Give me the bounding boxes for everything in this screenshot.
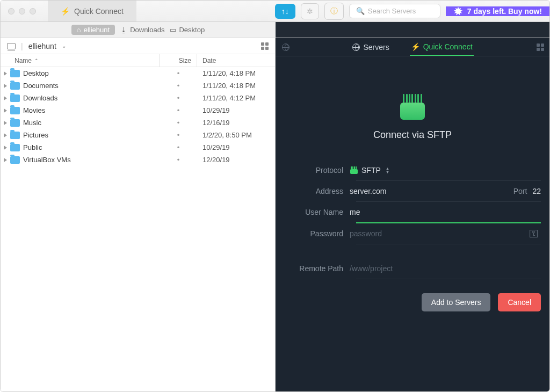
svg-marker-0 — [454, 6, 463, 15]
disclosure-icon[interactable] — [4, 158, 7, 162]
column-date[interactable]: Date — [197, 54, 275, 67]
tab-quick-connect-remote[interactable]: ⚡ Quick Connect — [410, 38, 474, 56]
search-input[interactable]: 🔍 Search Servers — [349, 4, 440, 18]
file-size: • — [160, 156, 197, 164]
folder-icon — [10, 82, 20, 90]
info-icon: ⓘ — [330, 6, 338, 15]
lightning-icon: ⚡ — [61, 7, 70, 16]
sort-asc-icon: ⌃ — [34, 58, 39, 63]
activity-button[interactable]: ✲ — [301, 3, 319, 19]
tab-quick-connect[interactable]: ⚡ Quick Connect — [48, 1, 136, 21]
file-name-label: Desktop — [23, 69, 49, 77]
file-size: • — [160, 143, 197, 151]
disclosure-icon[interactable] — [4, 133, 7, 137]
app-window: ⚡ Quick Connect ↑↓ ✲ ⓘ 🔍 Search Servers … — [0, 0, 550, 392]
titlebar: ⚡ Quick Connect ↑↓ ✲ ⓘ 🔍 Search Servers … — [1, 1, 549, 22]
protocol-select[interactable]: SFTP ▴▾ — [350, 160, 541, 180]
file-date: 1/11/20, 4:18 PM — [197, 82, 275, 90]
disclosure-icon[interactable] — [4, 108, 7, 113]
file-list: Desktop•1/11/20, 4:18 PMDocuments•1/11/2… — [1, 67, 275, 391]
file-date: 1/11/20, 4:12 PM — [197, 94, 275, 102]
file-row[interactable]: Documents•1/11/20, 4:18 PM — [1, 79, 275, 92]
column-size[interactable]: Size — [160, 54, 197, 67]
breadcrumb-downloads[interactable]: ⭳Downloads — [120, 26, 164, 34]
disclosure-icon[interactable] — [4, 84, 7, 88]
minimize-icon[interactable] — [19, 8, 25, 14]
folder-icon — [10, 156, 20, 164]
file-size: • — [160, 69, 197, 77]
folder-icon — [10, 107, 20, 114]
label-address: Address — [276, 187, 350, 195]
label-username: User Name — [276, 208, 350, 216]
view-toggle[interactable] — [261, 42, 269, 50]
file-date: 1/11/20, 4:18 PM — [197, 69, 275, 77]
remote-panel: Servers ⚡ Quick Connect Connect via SFTP… — [276, 38, 549, 391]
download-icon: ⭳ — [120, 26, 127, 34]
add-to-servers-button[interactable]: Add to Servers — [422, 293, 491, 311]
folder-icon — [10, 119, 20, 127]
breadcrumb-desktop[interactable]: ▭Desktop — [170, 26, 205, 34]
file-row[interactable]: Pictures•1/2/20, 8:50 PM — [1, 129, 275, 141]
file-row[interactable]: Desktop•1/11/20, 4:18 PM — [1, 67, 275, 79]
disclosure-icon[interactable] — [4, 146, 7, 150]
file-date: 12/20/19 — [197, 156, 275, 164]
cancel-button[interactable]: Cancel — [498, 293, 541, 311]
search-placeholder: Search Servers — [368, 7, 416, 15]
disclosure-icon[interactable] — [4, 71, 7, 76]
file-row[interactable]: Public•10/29/19 — [1, 141, 275, 154]
buy-text: 7 days left. Buy now! — [467, 7, 542, 16]
file-row[interactable]: Downloads•1/11/20, 4:12 PM — [1, 92, 275, 104]
info-button[interactable]: ⓘ — [324, 3, 344, 20]
file-date: 10/29/19 — [197, 143, 275, 151]
ethernet-small-icon — [350, 166, 358, 174]
label-port: Port — [513, 187, 527, 195]
column-headers: Name ⌃ Size Date — [1, 54, 275, 67]
transfer-button[interactable]: ↑↓ — [275, 4, 295, 19]
buy-now-banner[interactable]: 7 days left. Buy now! — [446, 6, 549, 16]
label-remote-path: Remote Path — [276, 264, 350, 273]
label-protocol: Protocol — [276, 166, 350, 175]
key-icon[interactable]: ⚿ — [529, 228, 539, 239]
ethernet-icon — [398, 94, 427, 120]
connect-form: Connect via SFTP Protocol SFTP ▴▾ — [276, 56, 549, 391]
close-icon[interactable] — [8, 8, 15, 14]
local-browser: | elliehunt ⌄ Name ⌃ Size Date Desktop•1… — [1, 38, 276, 391]
username-input[interactable] — [350, 205, 541, 220]
file-row[interactable]: Movies•10/29/19 — [1, 104, 275, 117]
search-icon: 🔍 — [356, 7, 365, 15]
tab-servers[interactable]: Servers — [351, 38, 390, 56]
password-input[interactable] — [350, 226, 529, 241]
file-row[interactable]: VirtualBox VMs•12/20/19 — [1, 154, 275, 166]
file-name-label: VirtualBox VMs — [23, 156, 71, 164]
remote-tabs: Servers ⚡ Quick Connect — [276, 38, 549, 56]
breadcrumb-elliehunt[interactable]: ⌂elliehunt — [71, 25, 115, 35]
folder-icon — [10, 95, 20, 102]
path-label: elliehunt — [28, 42, 56, 50]
file-name-label: Public — [23, 143, 42, 151]
file-name-label: Downloads — [23, 94, 57, 102]
port-value[interactable]: 22 — [532, 187, 541, 195]
lightning-icon: ⚡ — [411, 42, 420, 51]
spinner-icon: ✲ — [307, 7, 313, 16]
path-selector[interactable]: | elliehunt ⌄ — [1, 38, 275, 54]
folder-icon — [10, 132, 20, 139]
grid-icon[interactable] — [537, 43, 544, 51]
chevron-down-icon: ⌄ — [62, 43, 66, 49]
file-size: • — [160, 106, 197, 114]
file-name-label: Pictures — [23, 131, 48, 139]
globe-icon[interactable] — [282, 43, 290, 51]
connect-title: Connect via SFTP — [373, 129, 452, 141]
remote-path-input[interactable] — [350, 261, 541, 276]
file-size: • — [160, 131, 197, 139]
window-controls[interactable] — [1, 8, 44, 14]
breadcrumb-bar: ⌂elliehunt⭳Downloads▭Desktop — [1, 22, 549, 38]
file-row[interactable]: Music•12/16/19 — [1, 117, 275, 129]
label-password: Password — [276, 229, 350, 238]
address-input[interactable] — [350, 184, 541, 199]
zoom-icon[interactable] — [30, 8, 36, 14]
select-arrows-icon: ▴▾ — [386, 167, 389, 173]
burst-icon — [453, 6, 463, 16]
column-name[interactable]: Name ⌃ — [1, 54, 160, 67]
disclosure-icon[interactable] — [4, 121, 7, 125]
disclosure-icon[interactable] — [4, 96, 7, 100]
